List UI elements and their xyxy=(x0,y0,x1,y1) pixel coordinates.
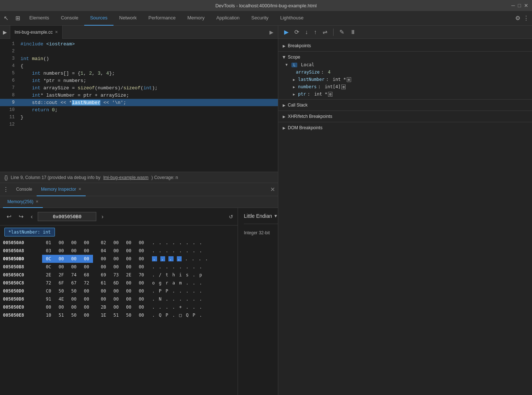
code-line-5: 5 int numbers[] = {1, 2, 3, 4}; xyxy=(0,70,278,77)
call-stack-arrow-icon: ▶ xyxy=(283,103,286,107)
xhr-header[interactable]: ▶ XHR/fetch Breakpoints xyxy=(278,112,532,120)
value-row-int32: Integer 32-bit dec ▼ 12 xyxy=(244,230,278,235)
more-icon[interactable]: ⋮ xyxy=(523,15,529,22)
scope-item-numbers[interactable]: ▶ numbers : int[4]⊞ xyxy=(278,83,532,90)
memory-hex: ↩ ↪ ‹ › ↺ *lastNumber: int xyxy=(0,208,238,395)
scope-item-ptr[interactable]: ▶ ptr : int *⊞ xyxy=(278,90,532,98)
run-icon[interactable]: ▶ xyxy=(269,29,274,35)
file-tab-lmi[interactable]: lmi-bug-example.cc ✕ xyxy=(10,26,63,39)
divider-4 xyxy=(278,122,532,122)
code-line-2: 2 xyxy=(0,48,278,55)
tab-lighthouse[interactable]: Lighthouse xyxy=(274,11,309,26)
endian-select[interactable]: Little Endian ▼ xyxy=(244,213,278,219)
pause-btn[interactable]: ⏸ xyxy=(349,27,357,37)
dom-arrow-icon: ▶ xyxy=(283,126,286,130)
code-line-9: 9 std::cout << *lastNumber << '\n'; xyxy=(0,99,278,106)
step-over-btn[interactable]: ⟳ xyxy=(293,27,301,37)
memory-content: Memory(256) ✕ ↩ ↪ ‹ › ↺ xyxy=(0,196,278,395)
bottom-panel-menu-icon[interactable]: ⋮ xyxy=(3,186,9,193)
divider-2 xyxy=(278,99,532,100)
call-stack-label: Call Stack xyxy=(288,103,308,108)
bottom-tab-memory-inspector[interactable]: Memory Inspector ✕ xyxy=(37,183,86,196)
maximize-btn[interactable]: □ xyxy=(518,3,521,8)
tab-application[interactable]: Application xyxy=(211,11,246,26)
code-line-11: 11 } xyxy=(0,113,278,121)
bottom-panel-close-icon[interactable]: ✕ xyxy=(270,186,275,193)
status-text: Line 9, Column 17 (provided via debug in… xyxy=(11,175,100,180)
memory-subtabs: Memory(256) ✕ xyxy=(0,196,278,208)
scope-section: ▶ Scope ▶ L Local arraySize : 4 ▶ xyxy=(278,53,532,98)
scope-local-label: Local xyxy=(301,62,314,67)
refresh-btn[interactable]: ↺ xyxy=(229,214,233,220)
scope-local-header[interactable]: ▶ L Local xyxy=(278,61,532,68)
step-into-btn[interactable]: ↓ xyxy=(304,27,309,37)
hex-row-b8: 005050B8 0C000000 00000000 . . . . . . .… xyxy=(0,263,238,271)
step-out-btn[interactable]: ↑ xyxy=(312,27,318,37)
hex-row-a0: 005050A0 01000000 02000000 . . . . . . .… xyxy=(0,239,238,247)
resume-btn[interactable]: ▶ xyxy=(283,27,290,37)
device-icon[interactable]: ⊞ xyxy=(15,15,20,22)
minimize-btn[interactable]: ─ xyxy=(511,3,515,8)
scope-panel: ▶ Breakpoints ▶ Scope ▶ L Local xyxy=(278,39,532,395)
call-stack-section: ▶ Call Stack xyxy=(278,101,532,109)
main-tabbar: ↖ ⊞ Elements Console Sources Network Per… xyxy=(0,11,532,26)
variable-badge: *lastNumber: int xyxy=(0,226,238,239)
step-btn[interactable]: ⇌ xyxy=(321,27,329,37)
tab-elements[interactable]: Elements xyxy=(23,11,55,26)
bottom-tabs: ⋮ Console Memory Inspector ✕ ✕ xyxy=(0,183,278,196)
dom-section: ▶ DOM Breakpoints xyxy=(278,124,532,132)
forward-btn[interactable]: ↪ xyxy=(16,212,26,221)
back-btn[interactable]: ↩ xyxy=(4,212,14,221)
file-tab-close-icon[interactable]: ✕ xyxy=(55,30,58,34)
tab-network[interactable]: Network xyxy=(114,11,143,26)
scope-arrow-icon: ▶ xyxy=(282,56,286,59)
next-btn[interactable]: › xyxy=(99,212,105,221)
wasm-link[interactable]: lmi-bug-example.wasm xyxy=(103,175,148,180)
status-bar: {} Line 9, Column 17 (provided via debug… xyxy=(0,172,278,183)
deactivate-btn[interactable]: ✎ xyxy=(338,27,346,37)
memory-subtab-close-icon[interactable]: ✕ xyxy=(36,200,38,204)
titlebar: DevTools - localhost:4000/lmi-bug-exampl… xyxy=(0,0,532,11)
file-tab-name: lmi-bug-example.cc xyxy=(15,30,53,35)
tab-performance[interactable]: Performance xyxy=(142,11,181,26)
settings-icon[interactable]: ⚙ xyxy=(515,15,520,22)
prev-btn[interactable]: ‹ xyxy=(29,212,35,221)
scope-section-header[interactable]: ▶ Scope xyxy=(278,53,532,61)
chevron-down-icon: ▼ xyxy=(274,213,278,219)
memory-subtab-256[interactable]: Memory(256) ✕ xyxy=(3,196,43,208)
breakpoints-header[interactable]: ▶ Breakpoints xyxy=(278,42,532,50)
devtools-icon[interactable]: ↖ xyxy=(4,15,8,22)
scope-item-arraysize[interactable]: arraySize : 4 xyxy=(278,68,532,76)
code-line-8: 8 int* lastNumber = ptr + arraySize; xyxy=(0,92,278,99)
status-text2: ) Coverage: n xyxy=(152,175,178,180)
endian-label: Little Endian xyxy=(244,213,272,219)
dom-header[interactable]: ▶ DOM Breakpoints xyxy=(278,124,532,132)
code-line-1: 1 #include <iostream> xyxy=(0,40,278,48)
hex-row-c0: 005050C0 2E2F7468 69732E70 . / t h i s .… xyxy=(0,271,238,279)
address-input[interactable] xyxy=(38,212,96,221)
format-icon[interactable]: {} xyxy=(4,175,8,180)
bottom-tab-console[interactable]: Console xyxy=(12,183,37,196)
main-area: ▶ lmi-bug-example.cc ✕ ▶ 1 #include <ios… xyxy=(0,26,532,395)
breakpoints-arrow-icon: ▶ xyxy=(283,44,286,48)
code-line-12: 12 xyxy=(0,121,278,128)
hex-table: 005050A0 01000000 02000000 . . . . . . .… xyxy=(0,239,238,395)
code-line-3: 3 int main() xyxy=(0,55,278,62)
close-btn[interactable]: ✕ xyxy=(524,3,528,8)
sidebar-toggle-icon[interactable]: ▶ xyxy=(3,29,7,35)
code-line-10: 10 return 0; xyxy=(0,106,278,113)
call-stack-header[interactable]: ▶ Call Stack xyxy=(278,101,532,109)
tab-console[interactable]: Console xyxy=(55,11,84,26)
bottom-tab-memory-close-icon[interactable]: ✕ xyxy=(78,187,81,191)
tab-memory[interactable]: Memory xyxy=(182,11,211,26)
file-tabs: ▶ lmi-bug-example.cc ✕ ▶ xyxy=(0,26,278,39)
xhr-section: ▶ XHR/fetch Breakpoints xyxy=(278,112,532,120)
titlebar-title: DevTools - localhost:4000/lmi-bug-exampl… xyxy=(215,3,317,8)
tab-sources[interactable]: Sources xyxy=(84,11,114,26)
scope-item-lastnumber[interactable]: ▶ lastNumber : int *⊞ xyxy=(278,76,532,83)
tab-security[interactable]: Security xyxy=(245,11,274,26)
code-line-6: 6 int *ptr = numbers; xyxy=(0,77,278,84)
left-panel: ▶ lmi-bug-example.cc ✕ ▶ 1 #include <ios… xyxy=(0,26,278,395)
memory-body: ↩ ↪ ‹ › ↺ *lastNumber: int xyxy=(0,208,278,395)
bottom-tab-memory-label: Memory Inspector xyxy=(41,187,76,192)
